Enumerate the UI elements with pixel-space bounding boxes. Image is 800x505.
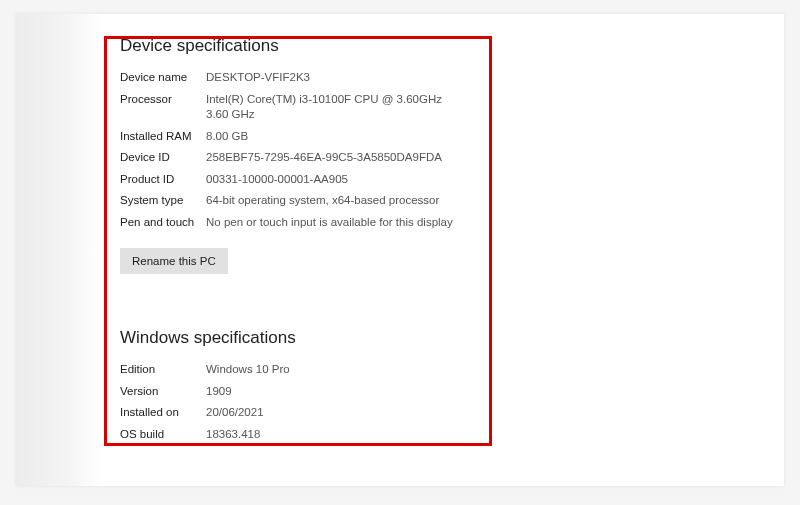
spec-value: 1909: [206, 384, 232, 400]
spec-value: 00331-10000-00001-AA905: [206, 172, 348, 188]
spec-row-pen-touch: Pen and touch No pen or touch input is a…: [120, 215, 756, 231]
spec-value: 20/06/2021: [206, 405, 264, 421]
spec-value: DESKTOP-VFIF2K3: [206, 70, 310, 86]
content-area: Device specifications Device name DESKTO…: [102, 14, 784, 486]
spec-row-device-id: Device ID 258EBF75-7295-46EA-99C5-3A5850…: [120, 150, 756, 166]
spec-row-device-name: Device name DESKTOP-VFIF2K3: [120, 70, 756, 86]
spec-label: Version: [120, 384, 206, 400]
spec-row-os-build: OS build 18363.418: [120, 427, 756, 443]
device-specifications-title: Device specifications: [120, 36, 756, 56]
windows-specifications-section: Windows specifications Edition Windows 1…: [106, 316, 766, 442]
spec-value: 18363.418: [206, 427, 260, 443]
spec-label: System type: [120, 193, 206, 209]
spec-row-system-type: System type 64-bit operating system, x64…: [120, 193, 756, 209]
spec-row-version: Version 1909: [120, 384, 756, 400]
windows-specifications-title: Windows specifications: [120, 328, 756, 348]
spec-label: OS build: [120, 427, 206, 443]
spec-row-product-id: Product ID 00331-10000-00001-AA905: [120, 172, 756, 188]
spec-value: 64-bit operating system, x64-based proce…: [206, 193, 439, 209]
spec-label: Device name: [120, 70, 206, 86]
spec-value: 258EBF75-7295-46EA-99C5-3A5850DA9FDA: [206, 150, 442, 166]
spec-row-processor: Processor Intel(R) Core(TM) i3-10100F CP…: [120, 92, 756, 123]
spec-label: Installed on: [120, 405, 206, 421]
settings-about-panel: Device specifications Device name DESKTO…: [16, 14, 784, 486]
device-specifications-section: Device specifications Device name DESKTO…: [106, 24, 766, 274]
spec-row-installed-ram: Installed RAM 8.00 GB: [120, 129, 756, 145]
spec-row-installed-on: Installed on 20/06/2021: [120, 405, 756, 421]
spec-value: No pen or touch input is available for t…: [206, 215, 453, 231]
spec-label: Product ID: [120, 172, 206, 188]
spec-label: Device ID: [120, 150, 206, 166]
spec-value: 8.00 GB: [206, 129, 248, 145]
spec-row-edition: Edition Windows 10 Pro: [120, 362, 756, 378]
spec-label: Installed RAM: [120, 129, 206, 145]
spec-label: Pen and touch: [120, 215, 206, 231]
rename-pc-button[interactable]: Rename this PC: [120, 248, 228, 274]
spec-label: Processor: [120, 92, 206, 123]
spec-label: Edition: [120, 362, 206, 378]
spec-value: Windows 10 Pro: [206, 362, 290, 378]
left-gradient-strip: [16, 14, 102, 486]
spec-value: Intel(R) Core(TM) i3-10100F CPU @ 3.60GH…: [206, 92, 466, 123]
